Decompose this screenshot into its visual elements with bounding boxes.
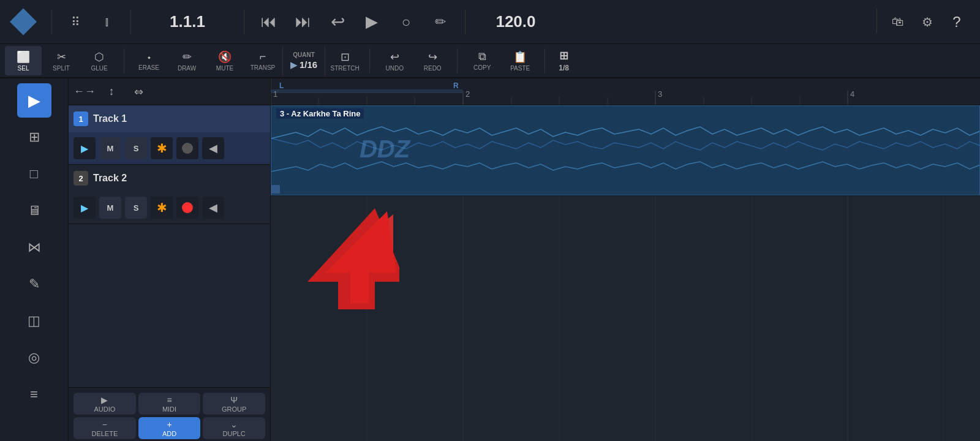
separator [369,48,370,73]
track-2-play-button[interactable]: ▶ [74,197,96,219]
record-circle-button[interactable]: ○ [391,7,421,37]
copy-button[interactable]: ⧉ COPY [464,46,500,75]
audio-clip-1[interactable]: 3 - Az Karkhe Ta Rine // Inline waveform… [271,105,980,195]
paste-button[interactable]: 📋 PASTE [502,46,538,75]
track-expand-button[interactable]: ←→ [74,81,96,103]
draw-tool-button[interactable]: ✏ DRAW [168,46,205,75]
erase-icon: ⬩ [146,50,153,63]
split-tool-button[interactable]: ✂ SPLIT [43,46,80,75]
track-fit-button[interactable]: ⇔ [127,81,149,103]
separator [124,48,124,73]
sel-tool-button[interactable]: ⬜ SEL [5,46,42,75]
track-2-record-button[interactable] [176,197,198,219]
undo-button[interactable]: ↩ UNDO [376,46,413,75]
clip-title: 3 - Az Karkhe Ta Rine [276,108,364,119]
audio-track-button[interactable]: ▶ AUDIO [74,393,136,415]
track-height-button[interactable]: ↕ [100,81,123,103]
help-button[interactable]: ? [943,9,970,36]
track-1-name-row: 1 Track 1 [69,105,270,132]
top-toolbar: ⠿ ⫿ 1.1.1 ⏮ ⏭ ↩ ▶ ○ ✏ 120.0 🛍 ⚙ ? [0,0,980,44]
track-1-fx-button[interactable]: ✱ [151,137,173,159]
track-1-mute-button[interactable]: M [99,137,121,159]
mixer-button[interactable]: ⠿ [62,9,89,36]
settings-button[interactable]: ⚙ [914,9,941,36]
duplc-track-button[interactable]: ⌄ DUPLC [203,417,265,439]
glue-tool-button[interactable]: ⬡ GLUE [81,46,118,75]
glue-label: GLUE [91,65,107,72]
sidebar-color-button[interactable]: ◎ [17,341,51,375]
logo-icon[interactable] [10,9,37,36]
quant-value: 1/16 [300,59,317,70]
track1-lane[interactable]: 3 - Az Karkhe Ta Rine // Inline waveform… [271,105,980,196]
svg-marker-34 [320,214,393,306]
track-1-vol-button[interactable]: ◀ [202,137,224,159]
settings-icon: ⚙ [922,15,933,29]
add-label: ADD [162,430,176,437]
sidebar-node-button[interactable]: ⋈ [17,230,51,265]
sidebar-play-icon: ▶ [28,91,40,110]
sidebar-menu-button[interactable]: ≡ [17,377,51,412]
mute-icon: 🔇 [218,50,232,64]
loop-button[interactable]: ↩ [323,7,352,37]
skip-forward-button[interactable]: ⏭ [288,7,318,37]
footer-ops-row: − DELETE + ADD ⌄ DUPLC [74,417,265,439]
track-1-name[interactable]: Track 1 [93,113,127,124]
rewind-button[interactable]: ⏮ [254,7,284,37]
sidebar-edit-button[interactable]: ✎ [17,267,51,301]
track2-lane[interactable] [271,196,980,441]
sidebar-plugin-button[interactable]: ◫ [17,304,51,338]
arrangement: 1 2 3 4 [271,78,980,441]
duplc-label: DUPLC [223,430,246,437]
redo-button[interactable]: ↪ REDO [414,46,451,75]
svg-text:L: L [279,81,284,90]
erase-label: ERASE [138,64,159,71]
group-track-button[interactable]: Ψ GROUP [203,393,265,415]
transp-tool-button[interactable]: ⌐ TRANSP [244,46,281,75]
stretch-tool-button[interactable]: ⊡ STRETCH [326,46,363,75]
grid-display[interactable]: ⊞ 1/8 [551,46,576,75]
track-1-record-button[interactable] [176,137,198,159]
copy-icon: ⧉ [478,50,486,63]
position-display[interactable]: 1.1.1 [151,12,224,31]
draw-label: DRAW [178,65,196,72]
grid-icon: ⊞ [559,49,568,62]
sidebar-play-button[interactable]: ▶ [17,83,51,118]
track-2-name[interactable]: Track 2 [93,173,127,184]
track-2-mute-button[interactable]: M [99,197,121,219]
track-1-fx-icon: ✱ [157,141,167,156]
loop-icon: ↩ [331,12,345,32]
svg-marker-35 [307,208,399,309]
waveform-bottom-svg [271,158,979,186]
quant-display[interactable]: QUANT ▶ 1/16 [282,46,325,75]
svg-text:2: 2 [466,89,470,99]
transp-label: TRANSP [251,64,276,71]
skip-forward-icon: ⏭ [295,12,311,31]
track-1-play-button[interactable]: ▶ [74,137,96,159]
track-2-vol-icon: ◀ [209,201,217,214]
sidebar-square-button[interactable]: □ [17,157,51,191]
sidebar-grid-button[interactable]: ⊞ [17,120,51,154]
add-track-button[interactable]: + ADD [138,417,201,439]
play-button[interactable]: ▶ [357,7,386,37]
redo-icon: ↪ [428,50,437,64]
pencil-transport-button[interactable]: ✏ [426,7,455,37]
track-2-solo-label: S [134,203,139,213]
sidebar-monitor-button[interactable]: 🖥 [17,194,51,228]
track-2-number: 2 [74,171,88,186]
track-2-solo-button[interactable]: S [125,197,147,219]
tracks-footer: ▶ AUDIO ≡ MIDI Ψ GROUP − DELETE + [69,387,270,441]
erase-tool-button[interactable]: ⬩ ERASE [130,46,167,75]
eq-button[interactable]: ⫿ [94,9,121,36]
pencil-transport-icon: ✏ [435,14,446,30]
track-2-vol-button[interactable]: ◀ [202,197,224,219]
clip-handle[interactable] [271,185,280,194]
record-icon: ○ [402,13,411,31]
timeline-ruler[interactable]: 1 2 3 4 [271,78,980,105]
delete-track-button[interactable]: − DELETE [74,417,136,439]
tempo-display[interactable]: 120.0 [485,12,546,31]
track-1-solo-button[interactable]: S [125,137,147,159]
shop-button[interactable]: 🛍 [884,9,911,36]
mute-tool-button[interactable]: 🔇 MUTE [206,46,243,75]
midi-track-button[interactable]: ≡ MIDI [138,393,201,415]
track-2-fx-button[interactable]: ✱ [151,197,173,219]
